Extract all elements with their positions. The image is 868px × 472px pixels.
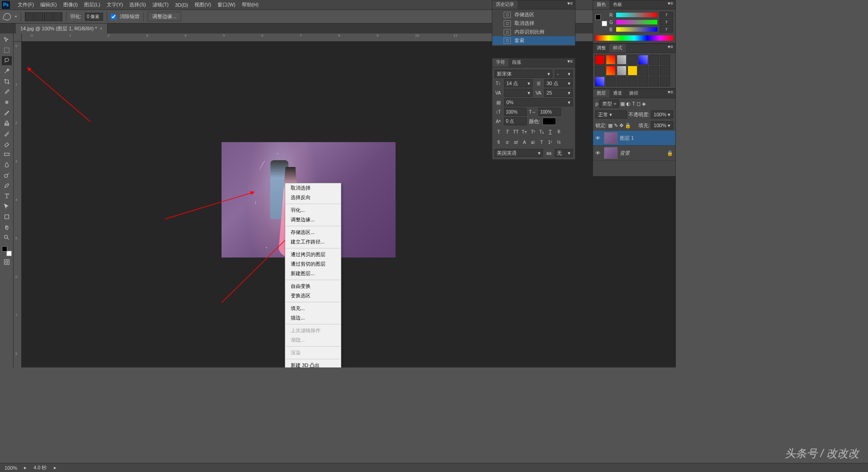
style-preset[interactable]: [595, 66, 605, 76]
fraction-button[interactable]: T: [538, 138, 546, 146]
context-menu-item[interactable]: 新建 3D 凸出: [285, 361, 341, 367]
tab-paragraph[interactable]: 段落: [509, 58, 525, 67]
style-preset[interactable]: [649, 66, 659, 76]
tab-history[interactable]: 历史记录: [492, 0, 518, 9]
r-slider[interactable]: [616, 13, 657, 17]
tool-blur[interactable]: [2, 160, 12, 169]
context-menu-item[interactable]: 存储选区...: [285, 228, 341, 237]
filter-shape-icon[interactable]: ◻: [637, 101, 641, 107]
context-menu-item[interactable]: 新建图层...: [285, 269, 341, 278]
italic-button[interactable]: T: [503, 128, 511, 136]
leading-input[interactable]: 30 点▾: [544, 79, 573, 87]
menu-layer[interactable]: 图层(L): [81, 1, 103, 8]
context-menu-item[interactable]: 自由变换: [285, 281, 341, 291]
bold-button[interactable]: T: [495, 128, 503, 136]
tab-paths[interactable]: 路径: [626, 89, 642, 98]
tool-shape[interactable]: [2, 212, 12, 221]
style-preset[interactable]: [649, 76, 659, 86]
baseline-input[interactable]: [504, 117, 527, 125]
superscript-button[interactable]: T¹: [529, 128, 537, 136]
feather-input[interactable]: [85, 13, 103, 21]
selmode-intersect[interactable]: [53, 12, 62, 21]
history-item[interactable]: ◻存储选区: [492, 10, 575, 19]
refine-edge-button[interactable]: 调整边缘...: [147, 12, 181, 21]
font-family-dropdown[interactable]: 新宋体▾: [495, 70, 552, 78]
antialias-checkbox[interactable]: [111, 14, 116, 19]
history-item[interactable]: ◻取消选择: [492, 19, 575, 28]
font-size-input[interactable]: 14 点▾: [504, 79, 533, 87]
context-menu-item[interactable]: 羽化...: [285, 205, 341, 215]
style-preset[interactable]: [595, 55, 605, 65]
layer-row[interactable]: 👁 图层 1: [593, 131, 675, 146]
panel-menu-icon[interactable]: ▾≡: [665, 89, 675, 98]
style-preset[interactable]: [660, 55, 670, 65]
style-preset[interactable]: [638, 66, 648, 76]
context-menu-item[interactable]: 建立工作路径...: [285, 237, 341, 247]
quickmask-toggle[interactable]: [2, 257, 12, 267]
style-preset[interactable]: [606, 55, 616, 65]
spectrum-bar[interactable]: [595, 35, 673, 41]
style-preset[interactable]: [606, 76, 616, 86]
antialias-dropdown[interactable]: 无▾: [555, 149, 573, 157]
menu-view[interactable]: 视图(V): [191, 1, 214, 8]
font-style-dropdown[interactable]: -▾: [555, 70, 573, 78]
context-menu-item[interactable]: 通过剪切的图层: [285, 259, 341, 269]
filter-text-icon[interactable]: T: [632, 101, 635, 106]
g-slider[interactable]: [616, 20, 657, 24]
smallcaps-button[interactable]: Tᴛ: [520, 128, 528, 136]
history-item[interactable]: ◻套索: [492, 36, 575, 45]
style-preset[interactable]: [617, 66, 627, 76]
selmode-add[interactable]: [34, 12, 43, 21]
underline-button[interactable]: T: [546, 128, 554, 136]
menu-image[interactable]: 图像(I): [60, 1, 81, 8]
tool-brush[interactable]: [2, 108, 12, 117]
allcaps-button[interactable]: TT: [512, 128, 520, 136]
lock-transparent-icon[interactable]: ▦: [608, 123, 613, 129]
history-item[interactable]: ◻内容识别比例: [492, 28, 575, 36]
style-preset[interactable]: [627, 55, 637, 65]
oldstyle-button[interactable]: σ: [503, 138, 511, 146]
panel-menu-icon[interactable]: ▾≡: [665, 44, 675, 52]
tab-swatches[interactable]: 色板: [609, 0, 626, 9]
ligature-button[interactable]: fi: [495, 138, 503, 146]
menu-window[interactable]: 窗口(W): [214, 1, 239, 8]
style-preset[interactable]: [617, 76, 627, 86]
canvas[interactable]: 0 1 2 3 4 5 6 7 8 9 10 11 12 0 1 2 3 4 5…: [14, 33, 676, 367]
tab-channels[interactable]: 通道: [609, 89, 626, 98]
selmode-sub[interactable]: [44, 12, 53, 21]
context-menu-item[interactable]: 调整边缘...: [285, 215, 341, 224]
menu-help[interactable]: 帮助(H): [239, 1, 262, 8]
lock-paint-icon[interactable]: ✎: [614, 123, 618, 129]
strike-button[interactable]: T: [555, 128, 563, 136]
filter-smart-icon[interactable]: ◈: [642, 101, 646, 107]
tool-crop[interactable]: [2, 77, 12, 86]
style-preset[interactable]: [595, 76, 605, 86]
style-preset[interactable]: [638, 55, 648, 65]
filter-pixel-icon[interactable]: ▦: [620, 101, 625, 107]
color-swatch[interactable]: [2, 246, 12, 256]
layer-row[interactable]: 👁 背景 🔒: [593, 146, 675, 161]
titling-button[interactable]: A: [520, 138, 528, 146]
style-preset[interactable]: [660, 66, 670, 76]
tab-color[interactable]: 颜色: [593, 0, 609, 9]
vscale-input[interactable]: [504, 108, 527, 116]
tab-layers[interactable]: 图层: [593, 89, 609, 98]
tracking-input[interactable]: 25▾: [544, 89, 573, 97]
tool-marquee[interactable]: [2, 46, 12, 55]
tab-close-icon[interactable]: ×: [100, 26, 103, 31]
scale-input[interactable]: 0%▾: [504, 98, 573, 106]
style-preset[interactable]: [649, 55, 659, 65]
ordinal2-button[interactable]: 1ˢ: [546, 138, 554, 146]
menu-edit[interactable]: 编辑(E): [37, 1, 60, 8]
style-preset[interactable]: [606, 66, 616, 76]
opacity-input[interactable]: 100%▾: [651, 110, 673, 119]
style-preset[interactable]: [627, 66, 637, 76]
tool-zoom[interactable]: [2, 233, 12, 242]
fill-input[interactable]: 100%▾: [651, 121, 673, 129]
context-menu-item[interactable]: 通过拷贝的图层: [285, 250, 341, 259]
panel-menu-icon[interactable]: ▾≡: [565, 0, 575, 9]
filter-adj-icon[interactable]: ◐: [626, 101, 631, 107]
panel-menu-icon[interactable]: ▾≡: [665, 0, 675, 9]
tool-history-brush[interactable]: [2, 129, 12, 138]
tool-move[interactable]: [2, 35, 12, 44]
